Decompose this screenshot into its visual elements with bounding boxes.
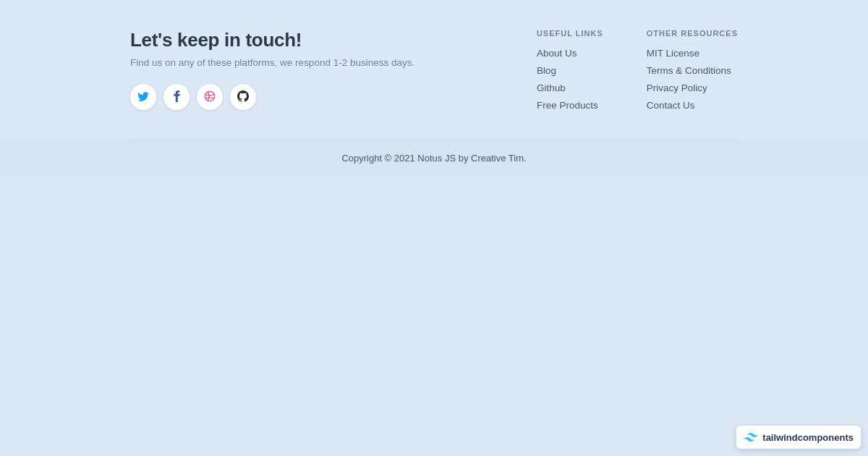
github-link[interactable]: Github [537,83,603,93]
rest-of-page [0,177,868,456]
footer-left: Let's keep in touch! Find us on any of t… [130,29,537,110]
useful-links-column: USEFUL LINKS About Us Blog Github Free P… [537,29,603,117]
social-icons [130,84,537,110]
github-button[interactable] [230,84,256,110]
contact-link[interactable]: Contact Us [647,100,738,111]
about-us-link[interactable]: About Us [537,48,603,59]
tailwind-badge[interactable]: tailwindcomponents [736,426,861,449]
page-wrapper: Let's keep in touch! Find us on any of t… [0,0,868,456]
footer-main: Let's keep in touch! Find us on any of t… [130,0,738,139]
dribbble-icon [204,90,216,104]
footer-heading: Let's keep in touch! [130,29,537,51]
svg-point-0 [205,91,214,101]
tailwind-bold: tailwind [762,432,797,443]
terms-link[interactable]: Terms & Conditions [647,65,738,76]
footer-bottom: Copyright © 2021 Notus JS by Creative Ti… [0,140,868,177]
other-resources-title: OTHER RESOURCES [647,29,738,38]
twitter-icon [137,91,149,104]
tailwind-logo-icon [744,430,758,444]
footer-subtext: Find us on any of these platforms, we re… [130,57,537,68]
footer-copyright: Copyright © 2021 Notus JS by Creative Ti… [0,153,868,164]
privacy-link[interactable]: Privacy Policy [647,83,738,93]
footer-links: USEFUL LINKS About Us Blog Github Free P… [537,29,738,117]
dribbble-button[interactable] [197,84,223,110]
footer-content: Let's keep in touch! Find us on any of t… [130,29,738,117]
facebook-button[interactable] [163,84,190,110]
blog-link[interactable]: Blog [537,65,603,76]
useful-links-title: USEFUL LINKS [537,29,603,38]
github-icon [237,90,249,104]
free-products-link[interactable]: Free Products [537,100,603,111]
mit-license-link[interactable]: MIT License [647,48,738,59]
twitter-button[interactable] [130,84,156,110]
tailwind-badge-text: tailwindcomponents [762,432,854,443]
tailwind-regular: components [798,432,854,443]
other-resources-column: OTHER RESOURCES MIT License Terms & Cond… [647,29,738,117]
facebook-icon [174,90,180,104]
